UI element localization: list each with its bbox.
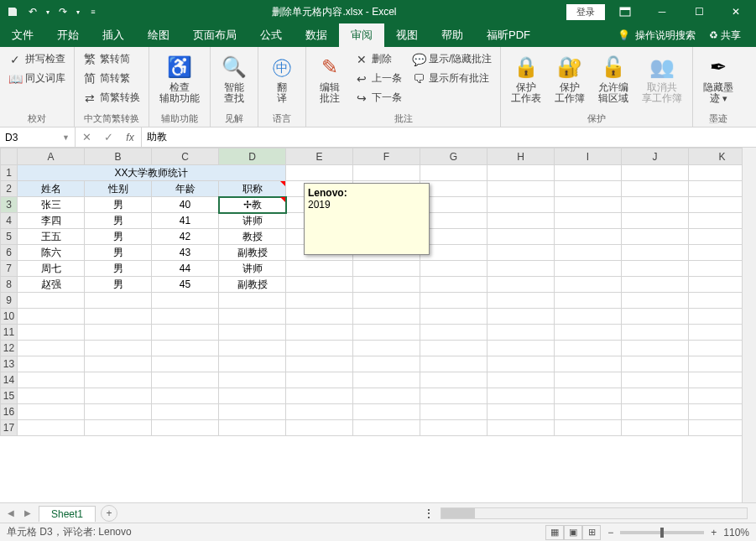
tab-help[interactable]: 帮助	[430, 23, 475, 47]
col-H[interactable]: H	[487, 148, 555, 165]
cell-title[interactable]: XX大学教师统计	[18, 165, 286, 181]
smart-lookup-button[interactable]: 🔍 智能查找	[216, 50, 253, 111]
undo-icon[interactable]: ↶	[23, 3, 42, 21]
row-8[interactable]: 8	[1, 277, 18, 293]
spell-check-button[interactable]: ✓拼写检查	[5, 50, 69, 68]
tab-insert[interactable]: 插入	[91, 23, 136, 47]
col-F[interactable]: F	[353, 148, 420, 165]
row-13[interactable]: 13	[1, 356, 18, 372]
vertical-scrollbar[interactable]	[742, 148, 756, 502]
sheet-tab[interactable]: Sheet1	[39, 506, 96, 522]
cell[interactable]: 年龄	[152, 181, 219, 197]
row-16[interactable]: 16	[1, 404, 18, 420]
add-sheet-button[interactable]: +	[101, 505, 117, 522]
cell[interactable]: 40	[152, 197, 219, 213]
login-button[interactable]: 登录	[566, 4, 605, 20]
sheet-nav-next-icon[interactable]: ▶	[20, 506, 35, 521]
tab-formula[interactable]: 公式	[248, 23, 294, 47]
edit-comment-button[interactable]: ✎ 编辑批注	[311, 50, 348, 111]
allow-edit-ranges-button[interactable]: 🔓允许编辑区域	[593, 50, 633, 111]
fx-icon[interactable]: fx	[119, 127, 141, 148]
col-C[interactable]: C	[152, 148, 219, 165]
row-1[interactable]: 1	[1, 165, 18, 181]
zoom-level[interactable]: 110%	[723, 527, 749, 538]
cell[interactable]: 男	[85, 197, 152, 213]
page-layout-view-icon[interactable]: ▣	[564, 525, 582, 540]
tab-view[interactable]: 视图	[384, 23, 430, 47]
spreadsheet-grid[interactable]: A B C D E F G H I J K 1XX大学教师统计 2 姓名 性别 …	[0, 148, 756, 502]
row-17[interactable]: 17	[1, 420, 18, 436]
undo-dd-icon[interactable]: ▾	[44, 3, 52, 21]
row-6[interactable]: 6	[1, 245, 18, 261]
redo-icon[interactable]: ↷	[54, 3, 72, 21]
tc2sc-button[interactable]: 简简转繁	[80, 70, 143, 87]
show-all-comments-button[interactable]: 🗨显示所有批注	[409, 70, 495, 87]
col-G[interactable]: G	[420, 148, 487, 165]
redo-dd-icon[interactable]: ▾	[74, 3, 82, 21]
protect-workbook-button[interactable]: 🔐保护工作簿	[550, 50, 590, 111]
tab-draw[interactable]: 绘图	[136, 23, 181, 47]
cell[interactable]: 姓名	[18, 181, 85, 197]
show-comment-button[interactable]: 💬显示/隐藏批注	[409, 50, 495, 68]
cell[interactable]: 职称	[219, 181, 286, 197]
qat-more-icon[interactable]: ≡	[84, 3, 102, 21]
cell[interactable]: 性别	[85, 181, 152, 197]
zoom-out-icon[interactable]: −	[607, 527, 613, 538]
tab-review[interactable]: 审阅	[339, 23, 384, 47]
cancel-edit-icon[interactable]: ✕	[76, 127, 97, 148]
row-15[interactable]: 15	[1, 388, 18, 404]
row-14[interactable]: 14	[1, 372, 18, 388]
save-icon[interactable]	[3, 3, 22, 21]
cell[interactable]: 张三	[18, 197, 85, 213]
thesaurus-button[interactable]: 📖同义词库	[5, 70, 69, 87]
select-all-corner[interactable]	[1, 148, 18, 165]
formula-input[interactable]: 助教	[142, 130, 756, 144]
col-D[interactable]: D	[219, 148, 286, 165]
name-box[interactable]: D3▼	[0, 127, 76, 147]
col-A[interactable]: A	[18, 148, 85, 165]
row-7[interactable]: 7	[1, 261, 18, 277]
tab-layout[interactable]: 页面布局	[181, 23, 248, 47]
sheet-nav-prev-icon[interactable]: ◀	[3, 506, 18, 521]
tab-foxit[interactable]: 福昕PDF	[475, 23, 542, 47]
row-4[interactable]: 4	[1, 213, 18, 229]
comment-popup[interactable]: Lenovo: 2019	[304, 183, 430, 255]
zoom-in-icon[interactable]: +	[711, 527, 717, 538]
horizontal-scrollbar[interactable]	[441, 507, 748, 519]
hide-ink-button[interactable]: ✒隐藏墨迹 ▾	[698, 50, 738, 111]
minimize-icon[interactable]: ─	[645, 0, 679, 23]
namebox-dd-icon[interactable]: ▼	[62, 133, 70, 142]
translate-button[interactable]: ㊥ 翻译	[263, 50, 300, 111]
row-11[interactable]: 11	[1, 325, 18, 341]
col-J[interactable]: J	[622, 148, 689, 165]
share-button[interactable]: ♻ 共享	[701, 29, 749, 43]
tab-data[interactable]: 数据	[294, 23, 339, 47]
active-cell[interactable]: ✢助教教	[219, 197, 286, 213]
maximize-icon[interactable]: ☐	[682, 0, 716, 23]
normal-view-icon[interactable]: ▦	[545, 525, 564, 540]
tell-me[interactable]: 操作说明搜索	[635, 29, 696, 43]
row-10[interactable]: 10	[1, 309, 18, 325]
ribbon-options-icon[interactable]	[608, 0, 642, 23]
prev-comment-button[interactable]: ↩上一条	[352, 70, 405, 87]
col-E[interactable]: E	[286, 148, 353, 165]
sc2tc-button[interactable]: 繁繁转简	[80, 50, 143, 68]
row-12[interactable]: 12	[1, 341, 18, 356]
next-comment-button[interactable]: ↪下一条	[352, 89, 405, 107]
row-3[interactable]: 3	[1, 197, 18, 213]
row-5[interactable]: 5	[1, 229, 18, 245]
row-2[interactable]: 2	[1, 181, 18, 197]
conv-button[interactable]: ⇄简繁转换	[80, 89, 143, 107]
check-accessibility-button[interactable]: ♿ 检查辅助功能	[154, 50, 205, 111]
tab-home[interactable]: 开始	[45, 23, 91, 47]
confirm-edit-icon[interactable]: ✓	[97, 127, 119, 148]
protect-sheet-button[interactable]: 🔒保护工作表	[506, 50, 546, 111]
tab-file[interactable]: 文件	[0, 23, 45, 47]
col-B[interactable]: B	[85, 148, 152, 165]
delete-comment-button[interactable]: ✕删除	[352, 50, 405, 68]
close-icon[interactable]: ✕	[719, 0, 753, 23]
col-I[interactable]: I	[555, 148, 622, 165]
row-9[interactable]: 9	[1, 293, 18, 309]
page-break-view-icon[interactable]: ⊞	[582, 525, 601, 540]
zoom-slider[interactable]	[620, 531, 704, 534]
